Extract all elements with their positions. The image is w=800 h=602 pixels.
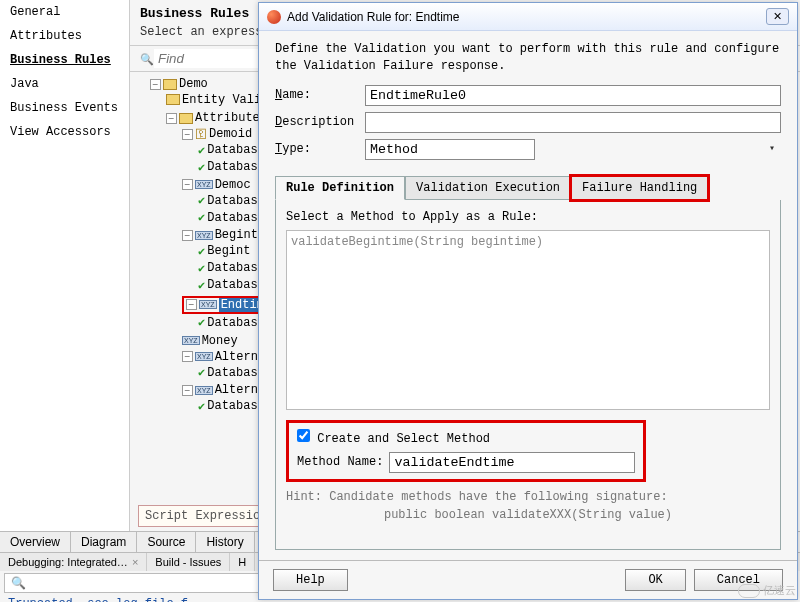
expand-toggle[interactable]: − xyxy=(182,129,193,140)
expand-toggle[interactable]: − xyxy=(166,113,177,124)
type-label: Type: xyxy=(275,142,365,156)
create-method-checkbox[interactable] xyxy=(297,429,310,442)
cloud-icon xyxy=(738,584,760,598)
tree-db[interactable]: Databas xyxy=(207,143,257,157)
expand-toggle[interactable]: − xyxy=(186,299,197,310)
check-icon: ✔ xyxy=(198,160,205,175)
status-other[interactable]: H xyxy=(230,553,255,571)
nav-item-attributes[interactable]: Attributes xyxy=(0,24,129,48)
folder-icon xyxy=(163,79,177,90)
tree-db[interactable]: Databas xyxy=(207,194,257,208)
expand-toggle[interactable]: − xyxy=(150,79,161,90)
check-icon: ✔ xyxy=(198,143,205,158)
ok-button[interactable]: OK xyxy=(625,569,685,591)
dialog-titlebar[interactable]: Add Validation Rule for: Endtime ✕ xyxy=(259,3,797,31)
tree-db[interactable]: Databas xyxy=(207,160,257,174)
watermark: 亿速云 xyxy=(738,583,796,598)
name-input[interactable] xyxy=(365,85,781,106)
tree-attributes[interactable]: Attributes xyxy=(195,111,267,125)
method-list[interactable]: validateBegintime(String begintime) xyxy=(286,230,770,410)
tab-history[interactable]: History xyxy=(196,532,254,552)
nav-item-business-rules[interactable]: Business Rules xyxy=(0,48,129,72)
rule-tabs: Rule Definition Validation Execution Fai… xyxy=(275,176,781,200)
check-icon: ✔ xyxy=(198,278,205,293)
help-button[interactable]: Help xyxy=(273,569,348,591)
check-icon: ✔ xyxy=(198,399,205,414)
tab-diagram[interactable]: Diagram xyxy=(71,532,137,552)
tree-db[interactable]: Databas xyxy=(207,261,257,275)
left-nav: General Attributes Business Rules Java B… xyxy=(0,0,130,531)
key-icon: ⚿ xyxy=(195,127,207,142)
status-build-issues[interactable]: Build - Issues xyxy=(147,553,230,571)
xyz-icon: XYZ xyxy=(195,352,213,361)
hint-text: Hint: Candidate methods have the followi… xyxy=(286,490,770,522)
xyz-icon: XYZ xyxy=(195,180,213,189)
status-debugging[interactable]: Debugging: Integrated…× xyxy=(0,553,147,571)
expand-toggle[interactable]: − xyxy=(182,351,193,362)
search-icon: 🔍 xyxy=(140,52,154,66)
nav-item-business-events[interactable]: Business Events xyxy=(0,96,129,120)
tab-source[interactable]: Source xyxy=(137,532,196,552)
tree-db[interactable]: Databas xyxy=(207,366,257,380)
close-icon[interactable]: × xyxy=(132,556,138,568)
check-icon: ✔ xyxy=(198,193,205,208)
tab-overview[interactable]: Overview xyxy=(0,532,71,552)
check-icon: ✔ xyxy=(198,315,205,330)
description-label: Description xyxy=(275,115,365,129)
tree-demoid[interactable]: Demoid xyxy=(209,127,252,141)
tree-begint[interactable]: Begint xyxy=(207,244,250,258)
tree-root[interactable]: Demo xyxy=(179,77,208,91)
tab-rule-definition[interactable]: Rule Definition xyxy=(275,176,405,200)
tree-db[interactable]: Databas xyxy=(207,316,257,330)
xyz-icon: XYZ xyxy=(199,300,217,309)
nav-item-general[interactable]: General xyxy=(0,0,129,24)
tree-db[interactable]: Databas xyxy=(207,399,257,413)
type-select[interactable] xyxy=(365,139,535,160)
dialog-footer: Help OK Cancel xyxy=(259,560,797,599)
xyz-icon: XYZ xyxy=(195,386,213,395)
nav-item-view-accessors[interactable]: View Accessors xyxy=(0,120,129,144)
create-method-section: CCreate and Select Methodreate and Selec… xyxy=(286,420,646,482)
check-icon: ✔ xyxy=(198,365,205,380)
check-icon: ✔ xyxy=(198,244,205,259)
nav-item-java[interactable]: Java xyxy=(0,72,129,96)
tree-democ[interactable]: Democ xyxy=(215,178,251,192)
app-icon xyxy=(267,10,281,24)
dialog-close-button[interactable]: ✕ xyxy=(766,8,789,25)
folder-icon xyxy=(179,113,193,124)
add-validation-rule-dialog: Add Validation Rule for: Endtime ✕ Defin… xyxy=(258,2,798,600)
method-name-label: Method Name: xyxy=(297,455,383,469)
tree-db[interactable]: Databas xyxy=(207,278,257,292)
description-input[interactable] xyxy=(365,112,781,133)
check-icon: ✔ xyxy=(198,210,205,225)
tab-validation-execution[interactable]: Validation Execution xyxy=(405,176,571,200)
xyz-icon: XYZ xyxy=(182,336,200,345)
expand-toggle[interactable]: − xyxy=(182,179,193,190)
search-icon: 🔍 xyxy=(11,576,26,590)
name-label: Name: xyxy=(275,88,365,102)
expand-toggle[interactable]: − xyxy=(182,230,193,241)
rule-definition-panel: Select a Method to Apply as a Rule: vali… xyxy=(275,200,781,550)
expand-toggle[interactable]: − xyxy=(182,385,193,396)
folder-icon xyxy=(166,94,180,105)
xyz-icon: XYZ xyxy=(195,231,213,240)
method-name-input[interactable] xyxy=(389,452,635,473)
create-method-checkbox-label[interactable]: CCreate and Select Methodreate and Selec… xyxy=(297,432,490,446)
tree-money[interactable]: Money xyxy=(202,334,238,348)
check-icon: ✔ xyxy=(198,261,205,276)
dialog-description: Define the Validation you want to perfor… xyxy=(275,41,781,85)
method-select-label: Select a Method to Apply as a Rule: xyxy=(286,210,770,224)
tab-failure-handling[interactable]: Failure Handling xyxy=(571,176,708,200)
tree-db[interactable]: Databas xyxy=(207,211,257,225)
dialog-title-text: Add Validation Rule for: Endtime xyxy=(287,10,760,24)
